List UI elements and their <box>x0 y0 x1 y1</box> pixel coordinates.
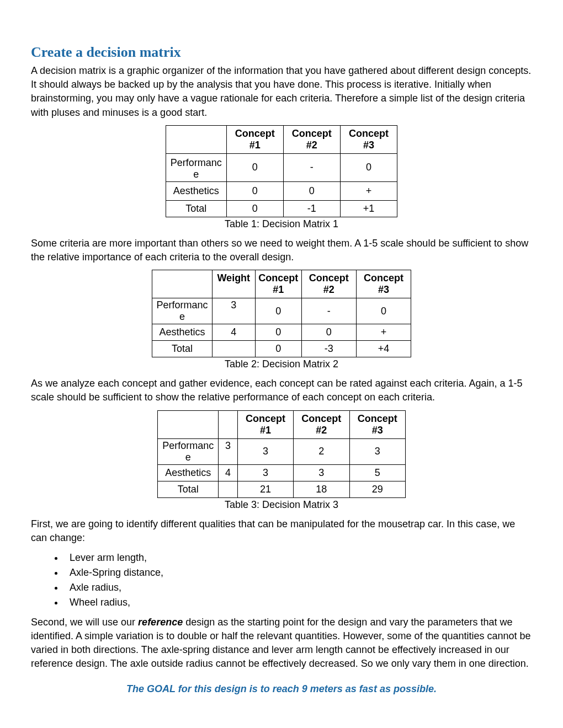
value-cell: 3 <box>294 464 349 481</box>
table-row: Total 21 18 29 <box>158 481 406 497</box>
header-blank <box>152 270 213 298</box>
weight-cell: 4 <box>213 324 256 341</box>
bullet-list: Lever arm length, Axle-Spring distance, … <box>31 550 532 610</box>
list-item: Lever arm length, <box>64 550 532 565</box>
header-blank-2 <box>219 410 237 438</box>
value-cell: 0 <box>283 181 340 200</box>
value-cell: -1 <box>283 200 340 217</box>
weight-cell <box>219 481 237 497</box>
table-row: Performance 3 0 - 0 <box>152 298 411 324</box>
decision-matrix-2: Weight Concept#1 Concept #2 Concept #3 P… <box>152 270 411 357</box>
header-concept-2: Concept #2 <box>301 270 356 298</box>
value-cell: - <box>301 298 356 324</box>
value-cell: 2 <box>294 438 349 464</box>
value-cell: 0 <box>255 298 301 324</box>
criteria-cell: Performance <box>152 298 213 324</box>
value-cell: 3 <box>237 464 293 481</box>
qualities-paragraph: First, we are going to identify differen… <box>31 517 532 545</box>
table-caption-3: Table 3: Decision Matrix 3 <box>31 499 532 511</box>
reference-paragraph: Second, we will use our reference design… <box>31 615 532 671</box>
value-cell: + <box>356 324 411 341</box>
table-row: Performance 0 - 0 <box>166 153 397 181</box>
value-cell: 18 <box>294 481 349 497</box>
list-item: Axle-Spring distance, <box>64 565 532 580</box>
header-concept-3: Concept #3 <box>349 410 405 438</box>
header-concept-3: Concept #3 <box>356 270 411 298</box>
decision-matrix-1: Concept #1 Concept #2 Concept #3 Perform… <box>166 125 397 217</box>
para5-pre: Second, we will use our <box>31 617 138 628</box>
weight-cell <box>213 341 256 357</box>
value-cell: -3 <box>301 341 356 357</box>
criteria-cell: Performance <box>158 438 219 464</box>
table-row: Performance 3 3 2 3 <box>158 438 406 464</box>
value-cell: 0 <box>255 341 301 357</box>
table-row: Aesthetics 4 3 3 5 <box>158 464 406 481</box>
value-cell: 21 <box>237 481 293 497</box>
value-cell: 0 <box>226 153 283 181</box>
value-cell: +1 <box>340 200 397 217</box>
list-item: Wheel radius, <box>64 595 532 610</box>
criteria-cell: Total <box>158 481 219 497</box>
value-cell: - <box>283 153 340 181</box>
weight-cell: 3 <box>213 298 256 324</box>
criteria-cell: Aesthetics <box>152 324 213 341</box>
value-cell: +4 <box>356 341 411 357</box>
decision-matrix-3: Concept #1 Concept #2 Concept #3 Perform… <box>157 410 406 498</box>
criteria-cell: Total <box>152 341 213 357</box>
value-cell: 0 <box>301 324 356 341</box>
rating-paragraph: As we analyze each concept and gather ev… <box>31 377 532 404</box>
header-concept-1: Concept#1 <box>255 270 301 298</box>
value-cell: 3 <box>237 438 293 464</box>
table-header-row: Weight Concept#1 Concept #2 Concept #3 <box>152 270 411 298</box>
value-cell: + <box>340 181 397 200</box>
table-row: Total 0 -3 +4 <box>152 341 411 357</box>
page: Create a decision matrix A decision matr… <box>0 0 563 728</box>
value-cell: 0 <box>255 324 301 341</box>
weight-paragraph: Some criteria are more important than ot… <box>31 237 532 264</box>
value-cell: 0 <box>226 181 283 200</box>
header-blank <box>166 125 227 153</box>
header-concept-1: Concept #1 <box>226 125 283 153</box>
value-cell: 0 <box>356 298 411 324</box>
header-weight: Weight <box>213 270 256 298</box>
table-header-row: Concept #1 Concept #2 Concept #3 <box>158 410 406 438</box>
value-cell: 5 <box>349 464 405 481</box>
weight-cell: 3 <box>219 438 237 464</box>
reference-word: reference <box>138 617 183 628</box>
value-cell: 29 <box>349 481 405 497</box>
value-cell: 0 <box>340 153 397 181</box>
value-cell: 0 <box>226 200 283 217</box>
table-row: Total 0 -1 +1 <box>166 200 397 217</box>
criteria-cell: Performance <box>166 153 227 181</box>
table-caption-1: Table 1: Decision Matrix 1 <box>31 218 532 230</box>
header-concept-1: Concept #1 <box>237 410 293 438</box>
header-concept-3: Concept #3 <box>340 125 397 153</box>
table-row: Aesthetics 0 0 + <box>166 181 397 200</box>
table-row: Aesthetics 4 0 0 + <box>152 324 411 341</box>
criteria-cell: Aesthetics <box>166 181 227 200</box>
intro-paragraph: A decision matrix is a graphic organizer… <box>31 64 532 120</box>
goal-statement: The GOAL for this design is to reach 9 m… <box>31 683 532 695</box>
header-concept-2: Concept #2 <box>283 125 340 153</box>
header-blank <box>158 410 219 438</box>
weight-cell: 4 <box>219 464 237 481</box>
section-heading: Create a decision matrix <box>31 44 532 61</box>
header-concept-2: Concept #2 <box>294 410 349 438</box>
table-caption-2: Table 2: Decision Matrix 2 <box>31 358 532 370</box>
list-item: Axle radius, <box>64 580 532 595</box>
criteria-cell: Aesthetics <box>158 464 219 481</box>
table-header-row: Concept #1 Concept #2 Concept #3 <box>166 125 397 153</box>
criteria-cell: Total <box>166 200 227 217</box>
value-cell: 3 <box>349 438 405 464</box>
